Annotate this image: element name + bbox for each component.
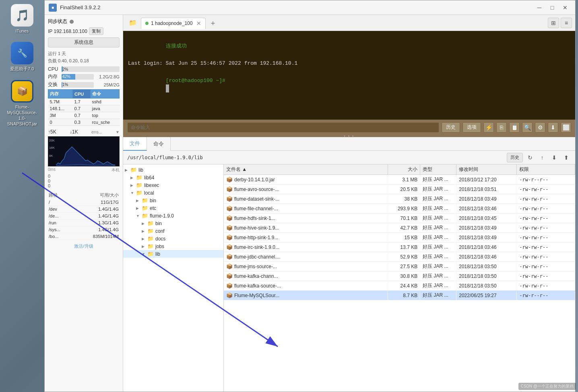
main-content: 同步状态 IP 192.168.10.100 复制 系统信息 运行 1 天 负载… bbox=[45, 15, 575, 392]
proc-header-cpu: CPU bbox=[73, 90, 91, 99]
file-name: 📦derby-10.14.1.0.jar bbox=[224, 175, 388, 184]
grid-view-button[interactable]: ⊞ bbox=[548, 18, 559, 28]
maximize-button[interactable]: □ bbox=[546, 3, 558, 12]
flume-jar-icon[interactable]: 📦 Flume-MySQLSource-1.0-SNAPSHOT.jar bbox=[4, 80, 40, 127]
refresh-button[interactable]: ↻ bbox=[525, 153, 535, 162]
list-item[interactable]: 📦flume-http-sink-1.9... 15 KB 好压 JAR ...… bbox=[224, 233, 575, 242]
file-history-button[interactable]: 历史 bbox=[507, 153, 523, 162]
add-tab-button[interactable]: ＋ bbox=[207, 17, 219, 29]
tab-close-button[interactable]: ✕ bbox=[196, 20, 201, 27]
jar-icon: 📦 bbox=[226, 196, 233, 202]
tree-item[interactable]: ▶📁libexec bbox=[123, 181, 223, 189]
download-file-button[interactable]: ⬇ bbox=[549, 153, 559, 162]
list-item[interactable]: 📦flume-file-channel-... 293.9 KB 好压 JAR … bbox=[224, 204, 575, 213]
svg-marker-3 bbox=[56, 147, 116, 166]
disk-path: /bo... bbox=[48, 233, 71, 240]
folder-icon: 📁 bbox=[147, 251, 154, 257]
file-type: 好压 JAR ... bbox=[420, 185, 456, 194]
minimize-button[interactable]: ─ bbox=[533, 3, 545, 12]
file-size: 3.1 MB bbox=[388, 176, 420, 184]
col-size[interactable]: 大小 bbox=[388, 164, 420, 174]
list-item[interactable]: 📦flume-kafka-chann... 30.8 KB 好压 JAR ...… bbox=[224, 271, 575, 281]
paste-button[interactable]: 📋 bbox=[509, 122, 520, 133]
itunes-icon[interactable]: 🎵 iTunes bbox=[4, 4, 40, 34]
list-item[interactable]: 📦flume-hive-sink-1.9... 42.7 KB 好压 JAR .… bbox=[224, 223, 575, 233]
folder-button[interactable]: 📁 bbox=[126, 17, 139, 29]
tree-item[interactable]: ▶📁bin bbox=[123, 220, 223, 227]
download-button[interactable]: ⬇ bbox=[548, 122, 558, 133]
up-button[interactable]: ↑ bbox=[537, 153, 547, 162]
list-item[interactable]: 📦flume-avro-source-... 20.5 KB 好压 JAR ..… bbox=[224, 185, 575, 194]
file-name: 📦flume-hdfs-sink-1... bbox=[224, 214, 388, 222]
command-input[interactable] bbox=[127, 122, 439, 133]
copy-terminal-button[interactable]: ⎘ bbox=[496, 122, 507, 133]
svg-text:8K: 8K bbox=[49, 154, 53, 158]
list-item[interactable]: 📦flume-dataset-sink-... 38 KB 好压 JAR ...… bbox=[224, 194, 575, 204]
aisi-icon[interactable]: 🔧 爱思助手7.0 bbox=[4, 42, 40, 72]
tree-item[interactable]: ▶📁lib64 bbox=[123, 174, 223, 181]
network-chart: 23K 16K 8K bbox=[48, 137, 119, 166]
itunes-label: iTunes bbox=[16, 28, 29, 34]
upload-file-button[interactable]: ⬆ bbox=[561, 153, 571, 162]
list-item[interactable]: 📦flume-irc-sink-1.9.0... 13.7 KB 好压 JAR … bbox=[224, 242, 575, 252]
list-item[interactable]: 📦derby-10.14.1.0.jar 3.1 MB 好压 JAR ... 2… bbox=[224, 175, 575, 185]
list-item[interactable]: 📦flume-jdbc-channel.... 52.9 KB 好压 JAR .… bbox=[224, 252, 575, 262]
file-perm: -rw-rw-r-- bbox=[517, 234, 575, 242]
settings-button[interactable]: ⚙ bbox=[535, 122, 545, 133]
tree-item[interactable]: ▼📁lib bbox=[123, 250, 223, 258]
tree-arrow: ▼ bbox=[130, 191, 136, 195]
tree-item[interactable]: ▶📁bin bbox=[123, 197, 223, 204]
proc-cpu: 0.3 bbox=[73, 119, 91, 126]
list-item[interactable]: 📦flume-kafka-source-... 24.4 KB 好压 JAR .… bbox=[224, 281, 575, 291]
history-button[interactable]: 历史 bbox=[442, 122, 460, 133]
tree-item[interactable]: ▶📁lib bbox=[123, 166, 223, 174]
upgrade-button[interactable]: 激活/升级 bbox=[74, 244, 93, 248]
sysinfo-button[interactable]: 系统信息 bbox=[48, 37, 120, 47]
file-tree[interactable]: ▶📁lib▶📁lib64▶📁libexec▼📁local▶📁bin▶📁etc▼📁… bbox=[123, 164, 224, 392]
tree-item[interactable]: ▼📁flume-1.9.0 bbox=[123, 212, 223, 220]
col-type[interactable]: 类型 bbox=[420, 164, 456, 174]
file-type: 好压 JAR ... bbox=[420, 242, 456, 252]
search-button[interactable]: 🔍 bbox=[522, 122, 533, 133]
tree-item[interactable]: ▶📁jobs bbox=[123, 242, 223, 250]
file-modified: 2018/12/18 03:46 bbox=[456, 205, 517, 213]
tab-commands[interactable]: 命令 bbox=[147, 137, 171, 151]
mem-label: 内存 bbox=[48, 73, 60, 80]
desktop: 🎵 iTunes 🔧 爱思助手7.0 📦 Flume-MySQLSource-1… bbox=[0, 0, 578, 392]
cpu-row: CPU 2% bbox=[48, 66, 120, 72]
options-button[interactable]: 选项 bbox=[462, 122, 481, 133]
tree-item[interactable]: ▶📁conf bbox=[123, 227, 223, 235]
tree-item-label: libexec bbox=[144, 183, 159, 188]
tab-files[interactable]: 文件 bbox=[123, 137, 147, 151]
tree-item[interactable]: ▶📁etc bbox=[123, 204, 223, 212]
close-button[interactable]: ✕ bbox=[559, 3, 571, 12]
disk-row: /sys...1.4G/1.4G bbox=[48, 226, 120, 233]
disk-avail: 1.3G/1.4G bbox=[71, 220, 120, 226]
terminal-connected: 连接成功 bbox=[128, 34, 570, 58]
file-perm: -rw-rw-r-- bbox=[517, 205, 575, 213]
file-tabs: 文件 命令 bbox=[123, 137, 575, 151]
file-modified: 2018/12/18 03:45 bbox=[456, 214, 517, 222]
col-modified[interactable]: 修改时间 bbox=[456, 164, 517, 174]
col-perm[interactable]: 权限 bbox=[517, 164, 575, 174]
file-modified: 2018/12/18 03:46 bbox=[456, 253, 517, 261]
file-list[interactable]: 文件名 ▲ 大小 类型 修改时间 权限 📦derby-10.14.1.0.jar… bbox=[224, 164, 575, 392]
copy-ip-button[interactable]: 复制 bbox=[89, 27, 103, 35]
list-item[interactable]: 📦flume-jms-source-... 27.5 KB 好压 JAR ...… bbox=[224, 262, 575, 271]
list-view-button[interactable]: ≡ bbox=[561, 18, 572, 28]
terminal-area[interactable]: 连接成功 Last login: Sat Jun 25 15:46:57 202… bbox=[123, 31, 575, 119]
fullscreen-button[interactable]: ⬜ bbox=[561, 122, 571, 133]
list-item[interactable]: 📦flume-hdfs-sink-1... 70.1 KB 好压 JAR ...… bbox=[224, 213, 575, 223]
tree-item[interactable]: ▼📁local bbox=[123, 189, 223, 197]
latency-label: 0ms bbox=[48, 167, 56, 173]
col-filename[interactable]: 文件名 ▲ bbox=[224, 164, 388, 174]
lightning-button[interactable]: ⚡ bbox=[483, 122, 494, 133]
file-modified: 2018/12/18 03:50 bbox=[456, 282, 517, 290]
tree-item[interactable]: ▶📁docs bbox=[123, 235, 223, 242]
disk-path: /sys... bbox=[48, 226, 71, 233]
list-item[interactable]: 📦Flume-MySQLSour... 8.7 KB 好压 JAR ... 20… bbox=[224, 291, 575, 300]
terminal-tab[interactable]: 1 hadoopnode_100 ✕ bbox=[141, 18, 206, 29]
process-row: 3M0.7top bbox=[48, 112, 120, 119]
tab-right-actions: ⊞ ≡ bbox=[548, 18, 572, 28]
tree-arrow: ▶ bbox=[142, 229, 147, 233]
